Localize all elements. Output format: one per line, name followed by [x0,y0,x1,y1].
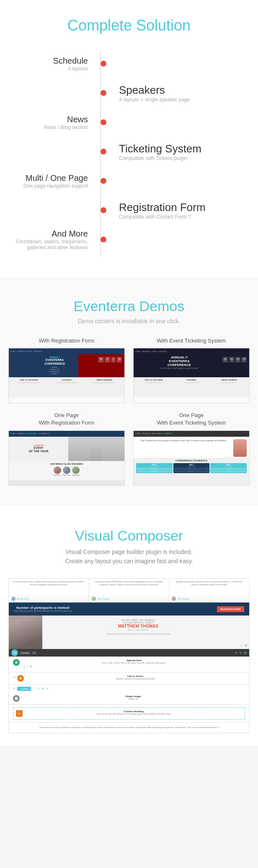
demo2-badge: ANNUAL'7EVENTERRACONFERENCE [136,356,222,367]
vc-single-image-inner: Single Image Image: Fill [13,695,245,702]
vc-agenda-copy-icon[interactable]: ⊞ [30,665,32,670]
demo-item-3[interactable]: One PageWith Registration Form HOME SPEA… [8,412,125,485]
vc-move-icon[interactable]: ✕ [235,651,237,655]
complete-solution-section: Complete Solution Schedule 4 layouts Spe… [0,0,258,277]
vc-hero-desc: Task bricks-and-clicks procedures eviscu… [47,633,229,635]
vc-add-delete[interactable]: ✕ [46,687,49,690]
feature-row-ticketing: Ticketing System Compatible with Tickera… [8,139,250,164]
demo-item-4[interactable]: One PageWith Event Ticketing System HOME… [133,412,250,485]
demo-preview-4: HOME SPEAKERS WORKTABLE SCHEDULE This Co… [134,431,249,485]
demo4-nav: HOME SPEAKERS WORKTABLE SCHEDULE [134,431,249,437]
vc-edit-icon[interactable]: ✎ [239,651,242,655]
feature-dot-speakers [101,90,106,96]
vc-author-3: Irish Douglas [169,595,249,602]
vc-author-1-avatar [11,597,15,601]
vc-add-copy[interactable]: ⊞ [42,687,44,690]
feature-dot-registration [101,207,106,213]
features-grid: Schedule 4 layouts Speakers 4 layouts + … [8,51,250,256]
registration-title: Registration Form [119,201,240,214]
feature-left-news: News News / Blog section [8,115,101,130]
vc-expand-icon[interactable]: ⤢ [240,644,243,647]
vc-cta-plus-icon[interactable]: + [13,675,15,680]
vc-add-edit[interactable]: ✎ [38,687,40,690]
demo4-quote-text: This Conference is my passion for family… [136,439,231,442]
visual-composer-section: Visual Composer Visual Composer page bui… [0,507,258,746]
vc-author-2-name: Jean Douglas [97,598,110,600]
demo-preview-3: HOME SPEAKERS WORKTABLE STOPWATCH #1 AWA… [9,431,124,485]
vc-gear-icon[interactable]: ⚙ [245,644,248,647]
vc-top-col-3: globally dynamically internal content co… [169,579,249,595]
demo4-quote: This Conference is my passion for family… [134,437,249,458]
vc-title: Visual Composer [8,528,250,544]
vc-agenda-edit-icon[interactable]: ✎ [26,665,29,670]
demo-label-3: One PageWith Registration Form [8,412,125,427]
demo-item-2[interactable]: With Event Ticketing System HOME SPEAKER… [133,337,250,403]
vc-custom-heading-content: Custom Heading Text: Do not miss the spe… [25,710,242,716]
vc-register-button[interactable]: REGISTER NOW! [217,606,244,612]
vc-editor-row-agenda: Agenda Item Time: 13:80 - 18:60 Title of… [9,657,249,672]
feature-dot-ticketing [101,149,106,155]
vc-top-content: insurance fully turnkey collaboration ex… [9,579,249,595]
demo4-days: DAY 1 14 SEP 2016 09:00 - 10:00 Registra… [136,463,247,473]
feature-right-registration: Registration Form Compatible with Contac… [106,201,240,220]
vc-hero-name: MATTHEW THOMAS [47,624,229,628]
vc-agenda-add-icon[interactable]: + [23,665,26,670]
news-subtitle: News / Blog section [8,124,88,130]
news-title: News [8,115,88,124]
demo1-tagline: LEARN,SHARE THEEXPERIENCE,& PARTY [11,366,98,375]
vc-custom-heading-text: Text: Do not miss the speech of our spec… [25,713,242,716]
vc-banner-text-col: Number of participants is limited! Don't… [14,606,72,612]
demo-thumbnail-2[interactable]: HOME SPEAKERS NEWS FEATURES ANNUAL'7EVEN… [133,348,250,403]
vc-bottom-text: Task bricks-and-clicks procedures eviscu… [9,722,249,733]
vc-editor-right-actions: ✕ ✎ ⊞ [235,651,247,655]
demo2-sub: DO NOT MISS YOUR CHANCE, REGISTER NOW [136,367,222,369]
vc-editor-topbar: VC + Custom + ✕ ✎ ⊞ [9,649,249,657]
demo4-schedule: CONFERENCE SCHEDULE DAY 1 14 SEP 2016 09… [134,458,249,485]
feature-row-news: News News / Blog section [8,110,250,135]
demo3-speakers: OUR WORLD CLASS SPEAKERS Pedro Bauer Way… [9,461,124,480]
demo1-counter-1: 56 DAYS [98,357,104,363]
demo1-counter-3: 0 MIN [111,357,116,363]
demo2-counter-2: 21 HRS [229,357,235,363]
demo-thumbnail-1[interactable]: HOME SPEAKERS NEWS FEATURES ANNUAL'7 EVE… [8,348,125,403]
demo3-speaker-2-img [63,466,70,474]
demo-label-2: With Event Ticketing System [133,337,250,345]
vc-author-1-name: Bonnie Eyers [17,598,29,600]
vc-copy-icon[interactable]: ⊞ [244,651,247,655]
demos-section: Eventerra Demos Demo content is installa… [0,277,258,507]
vc-editor-logo: VC [11,649,18,656]
demo-item-1[interactable]: With Registration Form HOME SPEAKERS NEW… [8,337,125,403]
demo1-col-2: COVERAGE lorem ipsum dolor sit amet cons… [49,379,84,395]
demo3-speaker-1-img [54,466,61,474]
andmore-title: And More [8,229,88,239]
demo3-speaker-1-name: Pedro Bauer [54,474,61,476]
demo-thumbnail-4[interactable]: HOME SPEAKERS WORKTABLE SCHEDULE This Co… [133,430,250,486]
demo3-hero-right [68,437,124,461]
vc-hero-info: Day 1, 11:00, Room A [47,628,229,631]
vc-agenda-sub: Time: 13:80 - 18:60 Title of the event: … [23,662,245,664]
vc-single-image-sub: Image: Fill [21,698,245,700]
svg-rect-0 [15,662,18,664]
feature-row-speakers: Speakers 4 layouts + single speaker page [8,80,250,106]
vc-add-element-plus[interactable]: + [13,686,15,691]
vc-add-minus[interactable]: − [34,687,36,690]
demo1-counter-4: 16 SEC [116,357,122,363]
demo-thumbnail-3[interactable]: HOME SPEAKERS WORKTABLE STOPWATCH #1 AWA… [8,430,125,486]
vc-custom-btn[interactable]: + Custom [20,652,30,654]
vc-author-2-avatar [92,597,96,601]
demos-title: Eventerra Demos [8,298,250,314]
feature-dot-news [101,119,106,125]
vc-custom-add-btn[interactable]: + Custom [17,687,31,691]
vc-banner-sub: Don't miss your seat. Join the discussio… [14,610,72,612]
feature-dot-schedule [101,61,106,67]
demo1-title: EVENTERRACONFERENCE [11,358,98,366]
demo1-counters: 56 DAYS 17 HRS 0 MIN [98,357,122,363]
demo1-hero: ANNUAL'7 EVENTERRACONFERENCE LEARN,SHARE… [9,354,124,377]
andmore-subtitle: Countdown, sliders, megamenu, galleries … [8,239,88,250]
vc-single-image-content: Single Image Image: Fill [21,695,245,700]
demo3-speaker-3-img [72,466,80,474]
svg-text:H: H [18,713,20,715]
vc-add-btn-topbar[interactable]: + [32,652,36,654]
vc-hero-content: DO NOT MISS THE SPEECH OF OUR SPECIAL GU… [42,616,234,649]
ticketing-subtitle: Compatible with Tickera plugin [119,155,240,161]
